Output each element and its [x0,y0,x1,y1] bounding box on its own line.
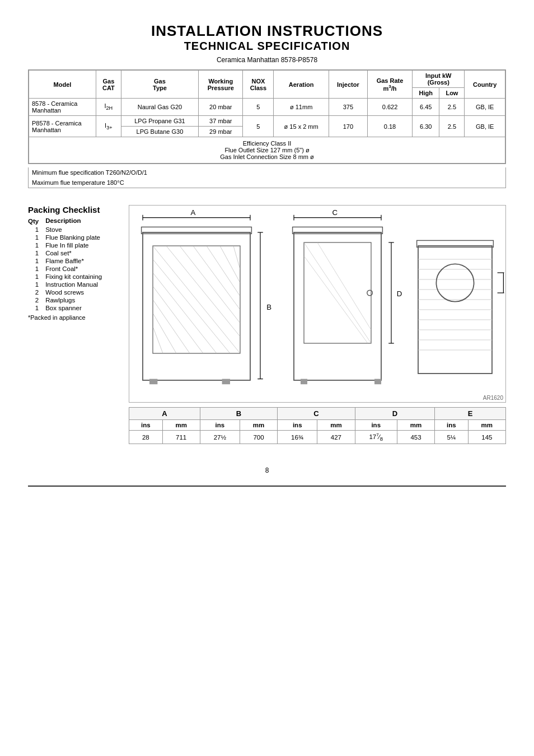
row2-injector: 170 [329,116,367,137]
packing-desc: Front Coal* [43,265,104,273]
svg-line-28 [304,242,371,343]
dim-table: A B C D E ins mm ins mm ins mm ins [129,407,506,444]
row2-nox: 5 [243,116,274,137]
packing-list-item: 1Flue In fill plate [28,241,104,249]
packing-list-item: 2Wood screws [28,288,104,296]
row1-gas-rate: 0.622 [368,99,413,116]
diagram-ref: AR1620 [129,394,505,402]
col-gas-rate: Gas Ratem3/h [368,71,413,99]
col-gas-type: GasType [121,71,198,99]
row1-model: 8578 - CeramicaManhattan [29,99,96,116]
svg-line-13 [153,313,176,353]
bottom-line [28,486,506,487]
efficiency-row: Efficiency Class II Flue Outlet Size 127… [29,137,505,164]
efficiency-line2: Flue Outlet Size 127 mm (5") ø [224,147,309,153]
title-line1: INSTALLATION INSTRUCTIONS [28,22,506,40]
svg-line-4 [180,246,240,323]
val-d-ins: 177⁄8 [355,431,397,444]
row1-low: 2.5 [439,99,465,116]
packing-qty: 1 [28,241,43,249]
col-aeration: Aeration [274,71,329,99]
col-model: Model [29,71,96,99]
dim-c-mm: mm [317,420,355,431]
svg-line-7 [220,246,240,283]
packed-note: *Packed in appliance [28,314,118,321]
packing-checklist-title: Packing Checklist [28,205,118,214]
row2-country: GB, IE [465,116,505,137]
packing-qty: 2 [28,288,43,296]
packing-qty: 1 [28,281,43,288]
svg-line-29 [317,242,371,330]
lower-section: Packing Checklist Qty Description 1Stove… [28,205,506,444]
svg-rect-33 [374,379,381,385]
page-title: INSTALLATION INSTRUCTIONS TECHNICAL SPEC… [28,22,506,53]
packing-list-item: 1Flame Baffle* [28,257,104,265]
packing-qty: 1 [28,273,43,281]
svg-line-10 [153,273,217,353]
packing-list-item: 1Box spanner [28,304,104,312]
row1-nox: 5 [243,99,274,116]
packing-qty: 1 [28,304,43,312]
packing-qty: 1 [28,226,43,234]
page-number: 8 [28,466,506,474]
svg-rect-16 [222,379,230,385]
packing-desc: Flue Blanking plate [43,234,104,241]
row1-high: 6.45 [413,99,439,116]
svg-line-2 [153,246,240,353]
packing-desc: Coal set* [43,249,104,257]
svg-line-9 [153,259,230,353]
dim-c-ins: ins [278,420,317,431]
packing-qty: 1 [28,265,43,273]
efficiency-line3: Gas Inlet Connection Size 8 mm ø [220,153,314,160]
row2-gas-type-2: LPG Butane G30 [121,127,198,137]
svg-line-14 [153,326,163,353]
svg-rect-32 [301,379,307,385]
packing-qty: 1 [28,249,43,257]
packing-list-item: 1Coal set* [28,249,104,257]
spec-table: Model GasCAT GasType WorkingPressure NOX… [29,70,505,164]
row2-aeration: ø 15 x 2 mm [274,116,329,137]
packing-qty: 2 [28,296,43,304]
row1-gas-type: Naural Gas G20 [121,99,198,116]
packing-desc: Flue In fill plate [43,241,104,249]
title-line2: TECHNICAL SPECIFICATION [28,40,506,53]
col-working-pressure: WorkingPressure [199,71,243,99]
row1-aeration: ø 11mm [274,99,329,116]
row2-gas-rate: 0.18 [368,116,413,137]
svg-line-11 [153,286,203,353]
dim-d-ins: ins [355,420,397,431]
min-flue-spec: Minimum flue specification T260/N2/O/D/1 [29,167,506,178]
svg-text:A: A [191,208,196,217]
packing-list-item: 1Fixing kit containing [28,273,104,281]
svg-line-30 [304,256,368,343]
col-desc-header: Description [43,217,104,226]
row2-gas-cat: I3+ [96,116,121,137]
svg-rect-0 [143,232,250,380]
row2-low: 2.5 [439,116,465,137]
dim-table-wrap: A B C D E ins mm ins mm ins mm ins [129,407,506,444]
col-high: High [413,88,439,99]
svg-rect-15 [149,379,157,385]
val-c-ins: 16¾ [278,431,317,444]
dim-col-c: C [278,408,355,420]
row2-model: P8578 - CeramicaManhattan [29,116,96,137]
dim-b-mm: mm [240,420,277,431]
dim-b-ins: ins [200,420,240,431]
col-country: Country [465,71,505,99]
packing-list-item: 1Flue Blanking plate [28,234,104,241]
efficiency-line1: Efficiency Class II [243,140,292,147]
table-row: P8578 - CeramicaManhattan I3+ LPG Propan… [29,116,505,127]
val-e-mm: 145 [468,431,505,444]
dim-e-ins: ins [435,420,469,431]
val-b-ins: 27½ [200,431,240,444]
row1-injector: 375 [329,99,367,116]
packing-list-item: 2Rawlplugs [28,296,104,304]
row1-country: GB, IE [465,99,505,116]
packing-table: Qty Description 1Stove1Flue Blanking pla… [28,217,104,312]
svg-line-5 [193,246,240,310]
col-input-kw: Input kW(Gross) [413,71,465,88]
packing-list-item: 1Front Coal* [28,265,104,273]
dim-d-mm: mm [397,420,434,431]
max-flue-temp: Maximum flue temperature 180°C [29,178,506,188]
col-gas-cat: GasCAT [96,71,121,99]
